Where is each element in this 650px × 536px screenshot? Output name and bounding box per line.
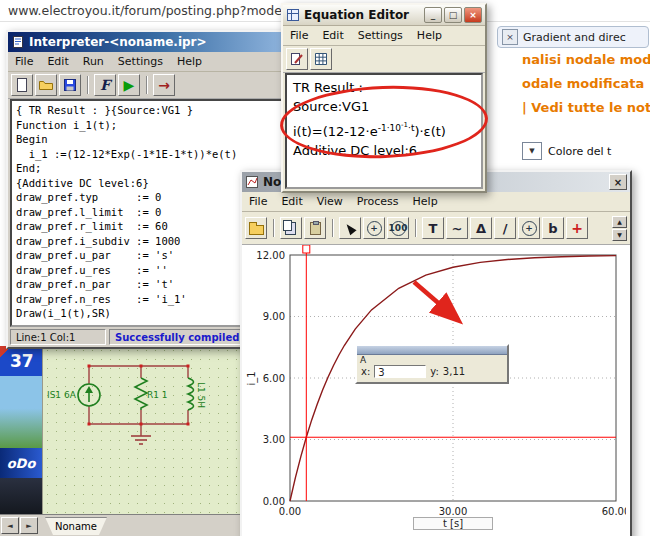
equation-toolbar bbox=[283, 46, 485, 73]
tab-scroll-left-icon[interactable]: ◄ bbox=[1, 517, 19, 534]
line-tool-icon[interactable]: / bbox=[494, 217, 516, 239]
circuit-drawing[interactable]: IS1 6A R1 1 L1 5H bbox=[43, 346, 241, 514]
interpreter-titlebar[interactable]: Interpreter-<noname.ipr> bbox=[8, 32, 285, 52]
zoom-in-icon[interactable]: + bbox=[363, 217, 385, 239]
menu-item-help[interactable]: Help bbox=[406, 194, 445, 209]
toolbar-separator bbox=[273, 219, 274, 237]
equation-app-icon bbox=[286, 8, 300, 22]
color-label: Colore del t bbox=[548, 145, 611, 158]
svg-text:12.00: 12.00 bbox=[256, 250, 285, 261]
component-label: L1 5H bbox=[196, 382, 206, 408]
window-title: Equation Editor bbox=[304, 8, 409, 22]
menu-item-view[interactable]: View bbox=[310, 194, 350, 209]
menu-item-process[interactable]: Process bbox=[350, 194, 406, 209]
equation-result-label: TR Result : bbox=[293, 78, 475, 97]
svg-text:0.00: 0.00 bbox=[279, 506, 301, 517]
banner-image-37[interactable]: 37 bbox=[0, 346, 42, 376]
scale-spinner[interactable]: ▲ ▼ bbox=[612, 216, 627, 241]
code-line-draw-pref-l-limit-0: draw_pref.l_limit := 0 bbox=[16, 205, 277, 220]
banner-odo-text: oDo bbox=[7, 456, 36, 471]
format-function-icon[interactable]: F bbox=[94, 74, 116, 96]
cursor-readout[interactable]: A x: 3 y: 3,11 bbox=[355, 344, 509, 384]
open-file-icon[interactable] bbox=[245, 217, 267, 239]
notification-header: × Gradient and direc bbox=[497, 26, 649, 48]
banner-image-dark[interactable] bbox=[0, 478, 42, 514]
spinner-up-icon[interactable]: ▲ bbox=[612, 216, 627, 228]
edit-formula-icon[interactable] bbox=[286, 48, 308, 70]
menu-item-help[interactable]: Help bbox=[170, 54, 209, 69]
open-folder-icon[interactable] bbox=[35, 74, 57, 96]
plot-area[interactable]: 0.003.006.009.0012.000.0030.0060.00 i_1 … bbox=[242, 245, 630, 536]
y-axis-label: i_1 bbox=[246, 364, 257, 394]
window-title: Interpreter-<noname.ipr> bbox=[29, 35, 207, 49]
svg-text:9.00: 9.00 bbox=[263, 311, 285, 322]
diagram-window: Nona... × FileEditViewProcessHelp +100T~… bbox=[240, 170, 632, 536]
ground-symbol[interactable] bbox=[131, 436, 151, 444]
run-icon[interactable]: ▶ bbox=[118, 74, 140, 96]
tab-noname[interactable]: Noname bbox=[45, 517, 107, 535]
spinner-down-icon[interactable]: ▼ bbox=[612, 229, 627, 241]
minimize-icon[interactable]: _ bbox=[424, 7, 442, 23]
menu-item-settings[interactable]: Settings bbox=[351, 28, 410, 43]
menu-item-edit[interactable]: Edit bbox=[315, 28, 350, 43]
maximize-icon[interactable]: □ bbox=[444, 7, 462, 23]
banner-image-photo[interactable] bbox=[0, 376, 42, 448]
schematic-canvas[interactable]: IS1 6A R1 1 L1 5H bbox=[42, 346, 240, 514]
page-banner-column: 37 oDo bbox=[0, 346, 42, 514]
menu-item-help[interactable]: Help bbox=[410, 28, 449, 43]
save-icon[interactable] bbox=[59, 74, 81, 96]
readout-y-value: 3,11 bbox=[443, 366, 465, 377]
menu-item-settings[interactable]: Settings bbox=[111, 54, 170, 69]
equation-titlebar[interactable]: Equation Editor _ □ × bbox=[283, 5, 485, 26]
component-resistor[interactable]: R1 1 bbox=[135, 378, 168, 410]
new-file-icon[interactable] bbox=[11, 74, 33, 96]
grid-icon[interactable] bbox=[310, 48, 332, 70]
close-icon[interactable]: × bbox=[464, 7, 482, 23]
code-line-additive-dc-level-6: {Additive DC level:6} bbox=[16, 176, 277, 191]
schematic-tab-bar: ◄ ► Noname bbox=[0, 514, 240, 536]
close-icon[interactable]: × bbox=[502, 29, 518, 45]
menu-item-edit[interactable]: Edit bbox=[40, 54, 75, 69]
menu-item-file[interactable]: File bbox=[8, 54, 40, 69]
equation-formula: i(t)=(12-12·e-1·10-1·t)·ε(t) bbox=[293, 116, 475, 141]
curve-tool-icon[interactable]: ~ bbox=[446, 217, 468, 239]
export-icon[interactable]: → bbox=[153, 74, 175, 96]
readout-x-value[interactable]: 3 bbox=[374, 365, 426, 378]
equation-content: TR Result : Source:VG1 i(t)=(12-12·e-1·1… bbox=[285, 73, 483, 189]
zoom-100-icon[interactable]: 100 bbox=[387, 217, 409, 239]
copy-icon[interactable] bbox=[280, 217, 302, 239]
readout-name: A bbox=[357, 355, 507, 365]
pointer-tool-icon[interactable] bbox=[339, 217, 361, 239]
component-current-source[interactable]: IS1 6A bbox=[47, 384, 100, 406]
menu-item-run[interactable]: Run bbox=[76, 54, 111, 69]
interpreter-menubar: FileEditRunSettingsHelp bbox=[8, 52, 285, 72]
equation-source: Source:VG1 bbox=[293, 97, 475, 116]
slope-tool-icon[interactable]: Δ bbox=[470, 217, 492, 239]
marker-add-icon[interactable]: + bbox=[566, 217, 588, 239]
readout-header-bar[interactable] bbox=[357, 346, 507, 355]
svg-text:0.00: 0.00 bbox=[263, 496, 285, 507]
notification-link-vedi-tutte-le-notifi[interactable]: | Vedi tutte le notifi bbox=[522, 100, 650, 115]
paste-icon[interactable] bbox=[304, 217, 326, 239]
crosshair-tool-icon[interactable]: + bbox=[518, 217, 540, 239]
banner-image-odo[interactable]: oDo bbox=[0, 448, 42, 478]
close-icon[interactable]: × bbox=[609, 174, 627, 190]
diagram-tools: +100T~Δ/+b+ bbox=[245, 217, 610, 239]
axis-tool-icon[interactable]: b bbox=[542, 217, 564, 239]
notification-link-odale-modificata[interactable]: odale modificata bbox=[522, 76, 650, 91]
tab-scroll-right-icon[interactable]: ► bbox=[20, 517, 38, 534]
menu-item-file[interactable]: File bbox=[242, 194, 274, 209]
menu-item-edit[interactable]: Edit bbox=[274, 194, 309, 209]
readout-y-label: y: bbox=[430, 366, 439, 377]
chevron-down-icon[interactable]: ▼ bbox=[522, 142, 542, 160]
tab-label: Noname bbox=[55, 521, 97, 532]
component-inductor[interactable]: L1 5H bbox=[188, 378, 206, 410]
svg-text:60.00: 60.00 bbox=[602, 506, 626, 517]
svg-text:3.00: 3.00 bbox=[263, 434, 285, 445]
code-line-tr-result-source-vg1: { TR Result : }{Source:VG1 } bbox=[16, 103, 277, 118]
text-tool-icon[interactable]: T bbox=[422, 217, 444, 239]
notification-link-nalisi-nodale-mod[interactable]: nalisi nodale mod bbox=[522, 52, 650, 67]
code-line-begin: Begin bbox=[16, 132, 277, 147]
menu-item-file[interactable]: File bbox=[283, 28, 315, 43]
component-label: R1 1 bbox=[147, 390, 168, 400]
